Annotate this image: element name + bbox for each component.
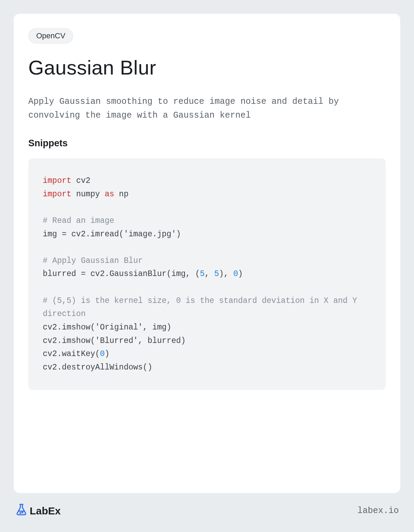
category-tag[interactable]: OpenCV bbox=[28, 28, 73, 43]
page-footer: LabEx labex.io bbox=[14, 503, 400, 518]
svg-point-1 bbox=[22, 512, 23, 513]
svg-point-0 bbox=[20, 513, 21, 513]
content-card: OpenCV Gaussian Blur Apply Gaussian smoo… bbox=[14, 14, 400, 493]
brand-name: LabEx bbox=[30, 505, 61, 517]
site-url[interactable]: labex.io bbox=[357, 506, 399, 516]
snippets-heading: Snippets bbox=[28, 138, 386, 149]
code-snippet: import cv2 import numpy as np # Read an … bbox=[28, 158, 386, 390]
brand-logo[interactable]: LabEx bbox=[15, 503, 61, 518]
flask-icon bbox=[15, 503, 28, 518]
page-description: Apply Gaussian smoothing to reduce image… bbox=[28, 95, 386, 122]
page-title: Gaussian Blur bbox=[28, 56, 386, 79]
